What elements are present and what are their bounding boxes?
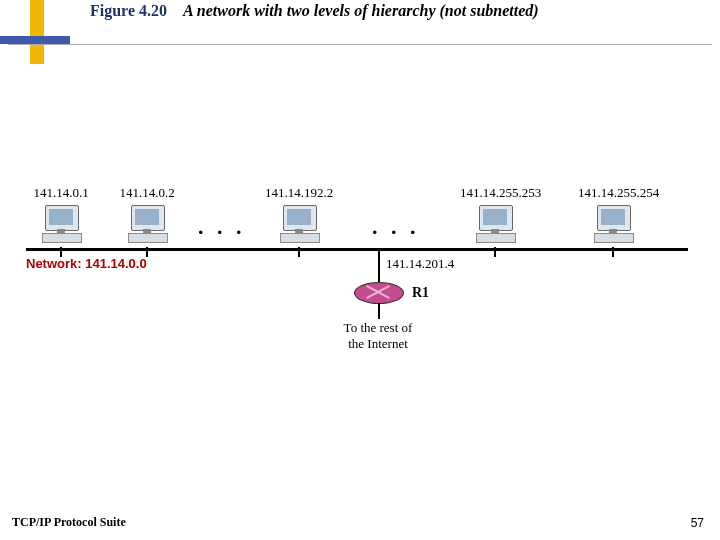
host-2: 141.14.0.2 — [112, 185, 182, 257]
router-interface-ip: 141.14.201.4 — [386, 256, 454, 272]
drop-line — [146, 247, 148, 257]
footer-text: TCP/IP Protocol Suite — [12, 515, 126, 530]
drop-line — [612, 247, 614, 257]
host-5: 141.14.255.254 — [578, 185, 648, 257]
host-ip: 141.14.0.2 — [112, 185, 182, 201]
router-note: To the rest of the Internet — [318, 320, 438, 352]
computer-icon — [42, 205, 80, 241]
corner-decoration — [0, 0, 80, 70]
corner-bar-vertical — [30, 0, 44, 64]
slide: Figure 4.20 A network with two levels of… — [0, 0, 720, 540]
router-drop-line — [378, 251, 380, 283]
computer-icon — [128, 205, 166, 241]
router-down-line — [378, 303, 380, 319]
computer-icon — [280, 205, 318, 241]
ellipsis-1: . . . — [198, 214, 246, 240]
figure-caption: A network with two levels of hierarchy (… — [183, 2, 539, 19]
title-divider — [8, 44, 712, 45]
host-ip: 141.14.0.1 — [26, 185, 96, 201]
host-1: 141.14.0.1 — [26, 185, 96, 257]
router-note-line2: the Internet — [348, 336, 408, 351]
corner-bar-horizontal — [0, 36, 70, 44]
ellipsis-2: . . . — [372, 214, 420, 240]
drop-line — [298, 247, 300, 257]
computer-icon — [476, 205, 514, 241]
page-number: 57 — [691, 516, 704, 530]
figure-title: Figure 4.20 A network with two levels of… — [90, 2, 539, 20]
host-3: 141.14.192.2 — [264, 185, 334, 257]
router-icon — [354, 282, 404, 304]
host-4: 141.14.255.253 — [460, 185, 530, 257]
router-note-line1: To the rest of — [344, 320, 413, 335]
drop-line — [60, 247, 62, 257]
drop-line — [494, 247, 496, 257]
network-address-label: Network: 141.14.0.0 — [26, 256, 147, 271]
router-name: R1 — [412, 285, 429, 301]
host-ip: 141.14.255.254 — [578, 185, 648, 201]
host-ip: 141.14.255.253 — [460, 185, 530, 201]
host-ip: 141.14.192.2 — [264, 185, 334, 201]
figure-number: Figure 4.20 — [90, 2, 167, 19]
computer-icon — [594, 205, 632, 241]
